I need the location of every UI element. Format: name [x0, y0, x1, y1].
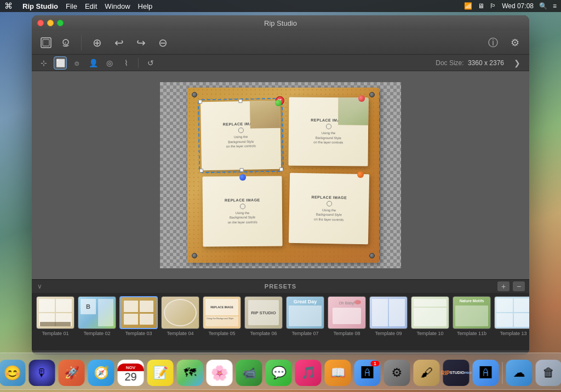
preset-item-01[interactable]: Template 01 [36, 296, 75, 336]
menu-window[interactable]: Window [105, 2, 130, 10]
preset-label-08: Template 08 [333, 331, 360, 336]
handle-tm[interactable] [238, 99, 242, 103]
dock-store[interactable]: ☁ [506, 360, 533, 386]
dock-finder[interactable]: 😊 [0, 360, 26, 386]
dock-appstore2[interactable]: 🅰 [473, 360, 499, 386]
settings-button[interactable]: ⚙ [506, 34, 524, 51]
secondary-toolbar: ⊹ ⬜ ⌾ 👤 ◎ ⌇ ↺ Doc Size: 3360 x 2376 ❯ [32, 55, 529, 71]
apple-menu[interactable]: ⌘ [4, 1, 13, 11]
dock-facetime[interactable]: 📹 [236, 360, 262, 386]
corkboard: ✕ REPLACE IMAGE Using theBackground Styl… [187, 88, 379, 263]
preset-thumb-11b: Nature Motifs [453, 296, 491, 329]
undo-button[interactable]: ↩ [110, 34, 128, 51]
pin-bottom-left [239, 174, 246, 181]
app-window: Rip Studio + ⊕ ↩ [32, 15, 529, 355]
preset-item-08[interactable]: Oh Baby! Template 08 [328, 296, 366, 336]
dock-maps[interactable]: 🗺 [177, 360, 203, 386]
app-menu-name[interactable]: Rip Studio [22, 2, 58, 10]
menu-bar-icon-wifi: 📶 [464, 2, 472, 10]
presets-remove-button[interactable]: − [513, 281, 525, 291]
preset-item-11b[interactable]: Nature Motifs Template 11b [453, 296, 491, 336]
menu-bar-search[interactable]: 🔍 [539, 2, 547, 10]
pen-tool-button[interactable]: ⌇ [119, 56, 133, 70]
note-title-bl: REPLACE IMAGE [225, 198, 260, 203]
menu-edit[interactable]: Edit [85, 2, 97, 10]
image-frame-button[interactable] [37, 34, 55, 51]
dock-calendar[interactable]: NOV 29 [118, 360, 144, 386]
menu-bar-flag: 🏳 [490, 2, 496, 10]
preset-item-06[interactable]: RIP STUDIO Template 06 [244, 296, 283, 336]
dock-messages[interactable]: 💬 [266, 360, 292, 386]
preset-item-07[interactable]: Great Day Template 07 [286, 296, 324, 336]
handle-bm[interactable] [239, 168, 243, 172]
shape-tool-button[interactable]: ◎ [103, 56, 116, 70]
dock-launchpad[interactable]: 🚀 [59, 360, 85, 386]
menu-bar-list[interactable]: ≡ [553, 2, 557, 10]
presets-add-button[interactable]: + [497, 281, 510, 291]
rotate-tool-button[interactable]: ↺ [144, 56, 157, 70]
note-circle-tr [326, 124, 331, 129]
lasso-tool-button[interactable]: ⌾ [70, 56, 83, 70]
select-tool-button[interactable]: ⬜ [54, 56, 67, 70]
dock-system-preferences[interactable]: ⚙ [384, 360, 410, 386]
window-controls [37, 20, 64, 26]
preset-thumb-01 [36, 296, 75, 329]
preset-item-09[interactable]: Template 09 [369, 296, 408, 336]
note-bottom-left[interactable]: REPLACE IMAGE Using theBackground Styleo… [202, 176, 282, 246]
presets-scroll-area[interactable]: Template 01 B Template 02 [32, 293, 529, 351]
preset-thumb-08: Oh Baby! [328, 296, 366, 329]
menu-help[interactable]: Help [138, 2, 153, 10]
screw-bottom-left [192, 253, 197, 258]
note-top-right[interactable]: REPLACE IMAGE Using theBackground Styleo… [288, 97, 368, 166]
preset-thumb-06: RIP STUDIO [244, 296, 283, 329]
note-circle-bl [239, 204, 245, 209]
zoom-out-button[interactable]: ⊖ [154, 34, 171, 51]
preset-label-13: Template 13 [500, 331, 526, 336]
menu-bar-time: Wed 07:08 [502, 2, 534, 10]
dock-trash[interactable]: 🗑 [536, 360, 562, 386]
dock-files[interactable]: 📝 [147, 360, 174, 386]
dock-appstore[interactable]: 🅰 1 [354, 360, 381, 386]
handle-br[interactable] [279, 168, 283, 171]
preset-item-02[interactable]: B Template 02 [78, 296, 116, 336]
preset-item-03[interactable]: Template 03 [119, 296, 158, 336]
svg-text:+: + [64, 41, 67, 45]
dock-photos[interactable]: 🌸 [207, 360, 233, 386]
handle-tl[interactable] [198, 100, 202, 103]
preset-item-10[interactable]: Template 10 [411, 296, 449, 336]
svg-rect-1 [43, 39, 49, 46]
dock-siri[interactable]: 🎙 [29, 360, 55, 386]
preset-item-05[interactable]: REPLACE IMAGE Using the Background Style… [203, 296, 241, 336]
dock-rip-studio[interactable]: RIP STUDIO PRO [443, 360, 470, 386]
import-button[interactable]: + [57, 34, 75, 51]
redo-button[interactable]: ↪ [132, 34, 150, 51]
preset-thumb-03 [119, 296, 158, 329]
note-top-left[interactable]: ✕ REPLACE IMAGE Using theBackground Styl… [201, 101, 281, 171]
close-button[interactable] [37, 20, 44, 26]
dock-brush-tool[interactable]: 🖌 [414, 360, 440, 386]
move-tool-button[interactable]: ⊹ [37, 56, 50, 70]
dock-safari[interactable]: 🧭 [88, 360, 115, 386]
dock-itunes[interactable]: 🎵 [295, 360, 322, 386]
presets-title: PRESETS [265, 283, 296, 290]
menu-file[interactable]: File [66, 2, 77, 10]
preset-label-01: Template 01 [42, 331, 68, 336]
preset-label-06: Template 06 [250, 331, 277, 336]
canvas-area[interactable]: ✕ REPLACE IMAGE Using theBackground Styl… [32, 71, 529, 279]
menu-bar: ⌘ Rip Studio File Edit Window Help 📶 🖥 🏳… [0, 0, 561, 12]
zoom-in-button[interactable]: ⊕ [88, 34, 106, 51]
preset-thumb-13 [494, 296, 529, 329]
crop-tool-button[interactable]: 👤 [87, 56, 100, 70]
info-button[interactable]: ⓘ [484, 34, 502, 51]
preset-item-04[interactable]: Template 04 [161, 296, 199, 336]
dock-ibooks[interactable]: 📖 [325, 360, 351, 386]
maximize-button[interactable] [57, 20, 64, 26]
minimize-button[interactable] [47, 20, 54, 26]
dock-appstore-badge: 1 [371, 361, 380, 366]
note-circle-tl [238, 128, 243, 133]
presets-collapse-button[interactable]: ∨ [37, 283, 42, 290]
expand-button[interactable]: ❯ [511, 56, 524, 70]
preset-item-13[interactable]: Template 13 [494, 296, 529, 336]
note-bottom-right[interactable]: REPLACE IMAGE Using theBackground Styleo… [289, 173, 369, 245]
handle-bl[interactable] [199, 169, 203, 172]
